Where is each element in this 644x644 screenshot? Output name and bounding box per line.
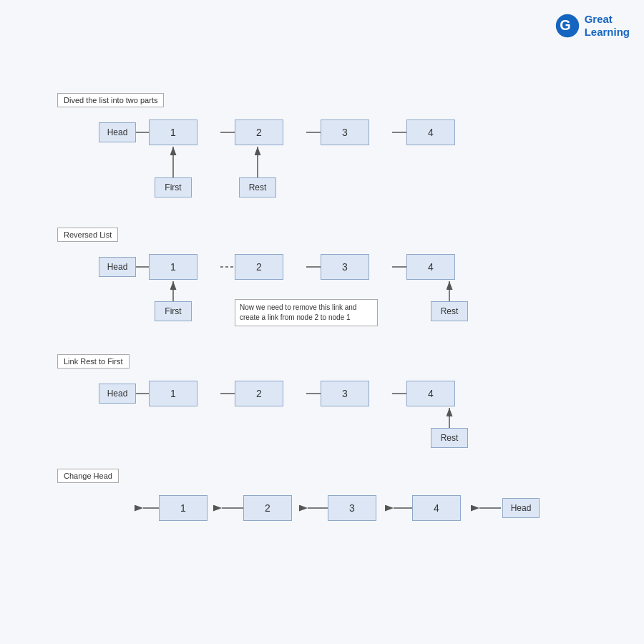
rest-label-linkrest: Rest [431, 428, 468, 448]
node-2-divide: 2 [235, 119, 283, 145]
node-4-linkrest: 4 [406, 381, 455, 406]
node-1-linkrest: 1 [149, 381, 197, 406]
rest-label-reversed: Rest [431, 301, 468, 321]
section-changehead: Change Head 1 2 3 4 Head [57, 469, 594, 555]
node-3-linkrest: 3 [321, 381, 369, 406]
first-label-reversed: First [155, 301, 192, 321]
section-divide: Dived the list into two parts Head 1 2 3… [57, 93, 558, 222]
section-linkrest-label: Link Rest to First [57, 354, 130, 369]
annotation-reversed: Now we need to remove this link and crea… [235, 299, 378, 326]
first-label-divide: First [155, 177, 192, 197]
node-3-divide: 3 [321, 119, 369, 145]
section-divide-label: Dived the list into two parts [57, 93, 164, 107]
node-3-changehead: 3 [328, 495, 376, 521]
node-2-linkrest: 2 [235, 381, 283, 406]
node-4-changehead: 4 [412, 495, 461, 521]
section-linkrest: Link Rest to First Head 1 2 3 4 Rest [57, 354, 558, 469]
rest-label-divide: Rest [239, 177, 276, 197]
node-1-changehead: 1 [159, 495, 208, 521]
node-4-divide: 4 [406, 119, 455, 145]
node-1-divide: 1 [149, 119, 197, 145]
great-learning-logo-icon: G [555, 13, 580, 39]
section-reversed: Reversed List Head 1 2 3 4 First Rest No… [57, 228, 558, 356]
logo-text: Great Learning [585, 13, 630, 39]
head-label-divide: Head [99, 122, 136, 142]
section-reversed-arrows [57, 228, 558, 356]
node-2-reversed: 2 [235, 254, 283, 280]
node-1-reversed: 1 [149, 254, 197, 280]
node-3-reversed: 3 [321, 254, 369, 280]
section-divide-arrows [57, 93, 558, 222]
svg-text:G: G [560, 17, 570, 33]
node-2-changehead: 2 [243, 495, 292, 521]
head-label-linkrest: Head [99, 384, 136, 404]
section-changehead-label: Change Head [57, 469, 119, 483]
head-label-changehead: Head [502, 498, 540, 518]
section-reversed-label: Reversed List [57, 228, 118, 242]
head-label-reversed: Head [99, 257, 136, 277]
section-linkrest-arrows [57, 354, 558, 469]
node-4-reversed: 4 [406, 254, 455, 280]
logo: G Great Learning [555, 13, 630, 39]
